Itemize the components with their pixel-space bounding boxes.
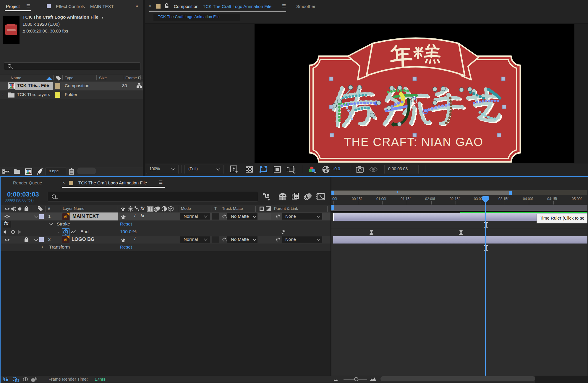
svg-text:Ai: Ai bbox=[64, 215, 67, 218]
svg-text:Ai: Ai bbox=[64, 238, 67, 241]
svg-text:THE CRAFT: NIAN GAO: THE CRAFT: NIAN GAO bbox=[344, 135, 483, 148]
